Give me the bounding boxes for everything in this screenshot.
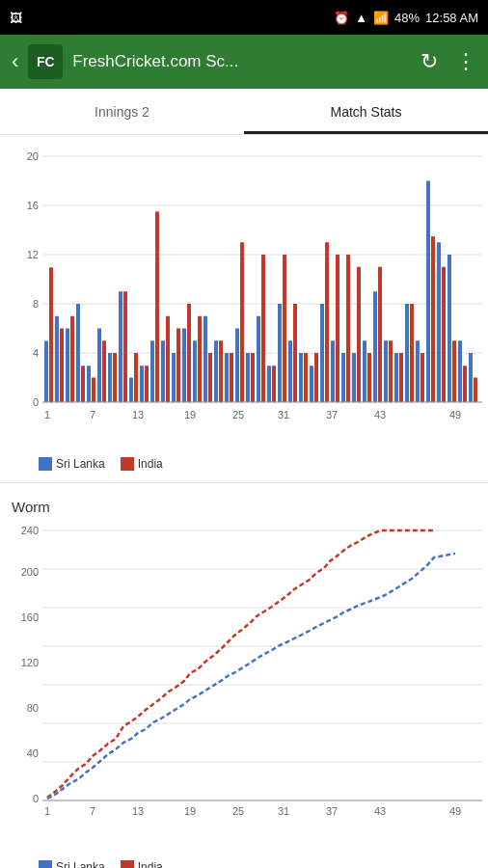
svg-rect-101 xyxy=(469,353,473,402)
svg-text:43: 43 xyxy=(374,409,386,420)
svg-rect-70 xyxy=(304,353,308,402)
svg-rect-31 xyxy=(97,329,101,403)
svg-rect-48 xyxy=(187,304,191,402)
worm-chart-section: Worm 240 200 160 120 80 40 xyxy=(0,487,488,868)
legend-srilanka: Sri Lanka xyxy=(39,457,105,471)
svg-text:0: 0 xyxy=(33,793,39,804)
svg-rect-88 xyxy=(399,353,403,402)
tab-bar: Innings 2 Match Stats xyxy=(0,89,488,135)
svg-text:7: 7 xyxy=(90,409,95,420)
svg-rect-30 xyxy=(92,378,95,403)
tab-innings2[interactable]: Innings 2 xyxy=(0,89,244,134)
svg-text:20: 20 xyxy=(27,150,39,162)
svg-rect-47 xyxy=(182,329,186,403)
svg-rect-49 xyxy=(193,340,197,402)
svg-rect-54 xyxy=(219,340,223,402)
svg-rect-28 xyxy=(81,366,85,402)
svg-text:160: 160 xyxy=(21,611,39,623)
toolbar-title: FreshCricket.com Sc... xyxy=(72,52,411,71)
svg-text:13: 13 xyxy=(132,409,144,420)
wifi-icon: ▲ xyxy=(355,11,367,25)
svg-rect-46 xyxy=(176,329,180,403)
svg-rect-43 xyxy=(161,340,165,402)
bar-chart-svg: 20 16 12 8 4 0 1 7 13 19 25 31 37 43 49 xyxy=(12,147,484,446)
svg-text:0: 0 xyxy=(33,396,39,408)
svg-text:25: 25 xyxy=(232,805,244,817)
battery-text: 48% xyxy=(394,11,420,25)
worm-legend-srilanka: Sri Lanka xyxy=(39,860,105,868)
svg-rect-44 xyxy=(166,316,170,402)
svg-text:1: 1 xyxy=(44,409,50,420)
svg-rect-99 xyxy=(458,340,462,402)
svg-rect-92 xyxy=(420,353,424,402)
svg-text:200: 200 xyxy=(21,566,39,578)
svg-rect-73 xyxy=(320,304,324,402)
svg-rect-35 xyxy=(119,291,122,402)
svg-rect-81 xyxy=(363,340,366,402)
svg-text:43: 43 xyxy=(374,805,386,817)
bar-chart-legend: Sri Lanka India xyxy=(4,453,484,475)
svg-rect-25 xyxy=(66,329,69,403)
bar-chart-section: 20 16 12 8 4 0 1 7 13 19 25 31 37 43 49 xyxy=(0,135,488,478)
svg-rect-102 xyxy=(474,378,477,403)
svg-rect-98 xyxy=(452,340,456,402)
section-divider xyxy=(0,482,488,483)
back-button[interactable]: ‹ xyxy=(12,49,18,74)
refresh-button[interactable]: ↻ xyxy=(420,49,438,74)
svg-rect-71 xyxy=(310,366,313,402)
svg-rect-97 xyxy=(447,255,451,402)
tab-matchstats[interactable]: Match Stats xyxy=(244,89,488,134)
svg-rect-86 xyxy=(389,340,393,402)
svg-rect-84 xyxy=(378,267,382,402)
svg-rect-24 xyxy=(60,329,64,403)
worm-chart-container: 240 200 160 120 80 40 0 1 7 13 19 25 31 … xyxy=(4,517,484,856)
legend-box-india xyxy=(121,457,134,471)
svg-rect-37 xyxy=(129,378,133,403)
svg-text:25: 25 xyxy=(232,409,244,420)
svg-text:8: 8 xyxy=(33,298,39,310)
svg-text:31: 31 xyxy=(278,805,289,817)
svg-rect-56 xyxy=(230,353,233,402)
menu-button[interactable]: ⋮ xyxy=(455,49,476,74)
svg-rect-52 xyxy=(208,353,212,402)
app-logo: FC xyxy=(28,44,63,79)
svg-text:240: 240 xyxy=(21,525,39,536)
svg-rect-57 xyxy=(235,329,239,403)
svg-text:31: 31 xyxy=(278,409,289,420)
svg-text:4: 4 xyxy=(33,347,39,359)
svg-rect-33 xyxy=(108,353,112,402)
svg-text:49: 49 xyxy=(449,409,461,420)
svg-rect-51 xyxy=(203,316,207,402)
svg-rect-62 xyxy=(261,255,265,402)
svg-text:40: 40 xyxy=(27,747,39,759)
bar-chart-container: 20 16 12 8 4 0 1 7 13 19 25 31 37 43 49 xyxy=(4,143,484,453)
svg-rect-63 xyxy=(267,366,271,402)
svg-rect-75 xyxy=(331,340,335,402)
svg-rect-69 xyxy=(299,353,303,402)
svg-text:7: 7 xyxy=(90,805,95,817)
worm-chart-legend: Sri Lanka India xyxy=(4,856,484,868)
toolbar: ‹ FC FreshCricket.com Sc... ↻ ⋮ xyxy=(0,35,488,89)
svg-rect-27 xyxy=(76,304,80,402)
svg-text:16: 16 xyxy=(27,200,39,211)
legend-box-srilanka xyxy=(39,457,52,471)
worm-chart-svg: 240 200 160 120 80 40 0 1 7 13 19 25 31 … xyxy=(12,521,484,849)
svg-text:12: 12 xyxy=(27,249,39,260)
svg-rect-58 xyxy=(240,242,244,402)
svg-rect-41 xyxy=(150,340,154,402)
svg-rect-26 xyxy=(70,316,74,402)
svg-text:37: 37 xyxy=(326,409,338,420)
svg-rect-36 xyxy=(123,291,127,402)
svg-rect-61 xyxy=(257,316,260,402)
time-text: 12:58 AM xyxy=(425,11,478,25)
svg-text:120: 120 xyxy=(21,657,39,668)
svg-text:80: 80 xyxy=(27,702,39,714)
svg-rect-32 xyxy=(102,340,106,402)
svg-text:1: 1 xyxy=(44,805,50,817)
svg-rect-77 xyxy=(341,353,345,402)
svg-rect-65 xyxy=(278,304,282,402)
svg-rect-21 xyxy=(44,341,48,403)
svg-rect-93 xyxy=(426,181,430,403)
svg-text:37: 37 xyxy=(326,805,338,817)
content-area: 20 16 12 8 4 0 1 7 13 19 25 31 37 43 49 xyxy=(0,135,488,868)
